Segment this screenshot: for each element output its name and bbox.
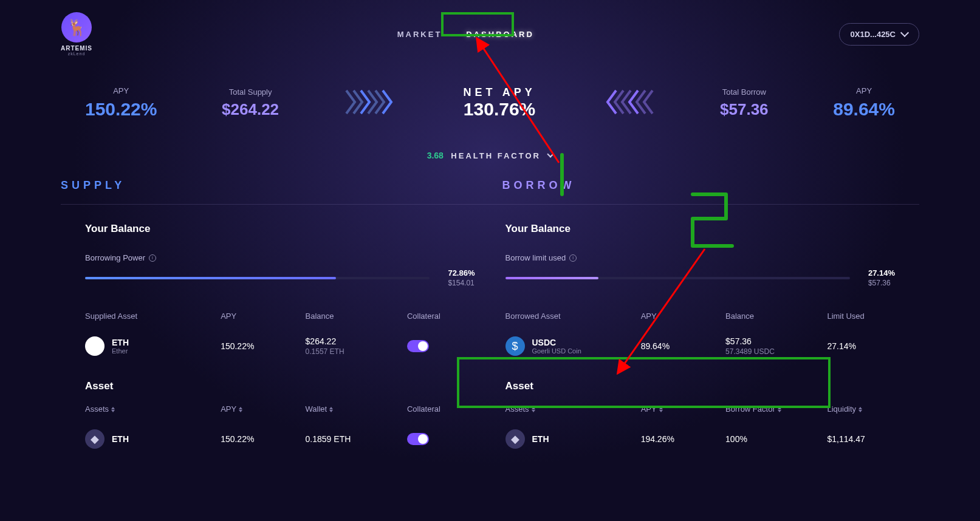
borrowing-power-label: Borrowing Power i [85, 253, 475, 262]
chevrons-left-icon [600, 88, 655, 118]
asset-title: Asset [505, 380, 896, 392]
health-label: HEALTH FACTOR [451, 151, 541, 160]
progress-track [505, 277, 850, 279]
stat-label: NET APY [463, 86, 535, 99]
collateral-toggle[interactable] [407, 433, 429, 445]
sort-icon [329, 407, 333, 412]
chevron-down-icon [547, 151, 554, 157]
col-assets-sort[interactable]: Assets [505, 404, 641, 414]
stat-label: Total Supply [222, 87, 279, 97]
asset-table-header: Assets APY Borrow Factor Liquidity [505, 404, 896, 414]
borrowed-assets-table: Borrowed Asset APY Balance Limit Used $ … [505, 312, 896, 361]
nav-dashboard[interactable]: DASHBOARD [466, 30, 534, 39]
borrow-title: BORROW [502, 179, 920, 192]
asset-table-header: Assets APY Wallet Collateral [85, 404, 475, 414]
table-header: Borrowed Asset APY Balance Limit Used [505, 312, 896, 321]
supplied-assets-table: Supplied Asset APY Balance Collateral ◆ … [85, 312, 475, 361]
progress-fill [505, 277, 599, 279]
stat-label: APY [85, 86, 157, 95]
usdc-icon: $ [505, 336, 525, 356]
stat-value: 150.22% [85, 99, 157, 120]
wallet-button[interactable]: 0X1D...425C [839, 23, 919, 46]
col-apy-sort[interactable]: APY [221, 404, 305, 414]
col-assets-sort[interactable]: Assets [85, 404, 221, 414]
table-header: Supplied Asset APY Balance Collateral [85, 312, 475, 321]
collateral-toggle[interactable] [407, 340, 429, 352]
total-borrow-stat: Total Borrow $57.36 [720, 87, 769, 119]
borrow-limit-bar: 27.14% $57.36 [505, 268, 896, 287]
wallet-address: 0X1D...425C [851, 30, 896, 39]
sort-icon [778, 407, 781, 412]
sort-icon [111, 407, 115, 412]
table-row[interactable]: ◆ ETH 150.22% 0.1859 ETH [85, 424, 475, 454]
section-titles: SUPPLY BORROW [0, 173, 980, 198]
col-bf-sort[interactable]: Borrow Factor [725, 404, 827, 414]
stat-value: 130.76% [463, 99, 535, 120]
total-supply-stat: Total Supply $264.22 [222, 87, 279, 119]
divider [61, 204, 919, 205]
progress-stats: 27.14% $57.36 [868, 268, 895, 287]
health-value: 3.68 [427, 151, 444, 160]
supply-apy-stat: APY 150.22% [85, 86, 157, 120]
col-wallet-sort[interactable]: Wallet [306, 404, 407, 414]
stats-row: APY 150.22% Total Supply $264.22 NET APY… [0, 68, 980, 132]
borrow-apy-stat: APY 89.64% [833, 86, 895, 120]
nav: MARKET DASHBOARD [397, 30, 534, 39]
brand-sub: zkLend [68, 52, 86, 56]
sort-icon [532, 407, 535, 412]
progress-fill [85, 277, 336, 279]
header: 🦌 ARTEMIS zkLend MARKET DASHBOARD 0X1D..… [0, 0, 980, 68]
borrowing-power-bar: 72.86% $154.01 [85, 268, 475, 287]
borrow-limit-label: Borrow limit used i [505, 253, 896, 262]
progress-track [85, 277, 430, 279]
brand-name: ARTEMIS [61, 45, 92, 52]
col-apy-sort[interactable]: APY [641, 404, 725, 414]
balance-title: Your Balance [85, 223, 475, 235]
stat-value: 89.64% [833, 99, 895, 120]
col-liq-sort[interactable]: Liquidity [827, 404, 895, 414]
asset-title: Asset [85, 380, 475, 392]
eth-icon: ◆ [85, 429, 105, 449]
chevrons-right-icon [344, 88, 399, 118]
eth-icon: ◆ [505, 429, 525, 449]
chevron-down-icon [900, 29, 909, 37]
net-apy-stat: NET APY 130.76% [463, 86, 535, 120]
balance-title: Your Balance [505, 223, 896, 235]
logo-icon: 🦌 [61, 12, 92, 43]
nav-market[interactable]: MARKET [397, 30, 442, 39]
sort-icon [659, 407, 663, 412]
borrow-panel: Your Balance Borrow limit used i 27.14% … [505, 223, 896, 454]
info-icon[interactable]: i [149, 254, 156, 262]
supply-panel: Your Balance Borrowing Power i 72.86% $1… [85, 223, 475, 454]
stat-value: $57.36 [720, 100, 769, 119]
table-row[interactable]: ◆ ETH 194.26% 100% $1,114.47 [505, 424, 896, 454]
logo[interactable]: 🦌 ARTEMIS zkLend [61, 12, 92, 56]
stat-label: APY [833, 86, 895, 95]
info-icon[interactable]: i [569, 254, 577, 262]
eth-icon: ◆ [85, 336, 105, 356]
sort-icon [858, 407, 862, 412]
stat-value: $264.22 [222, 100, 279, 119]
sort-icon [239, 407, 242, 412]
progress-stats: 72.86% $154.01 [448, 268, 475, 287]
stat-label: Total Borrow [720, 87, 769, 97]
table-row[interactable]: ◆ ETH Ether 150.22% $264.22 0.1557 ETH [85, 332, 475, 361]
table-row[interactable]: $ USDC Goerli USD Coin 89.64% $57.36 57.… [505, 332, 896, 361]
health-factor-toggle[interactable]: 3.68 HEALTH FACTOR [0, 132, 980, 173]
supply-title: SUPPLY [61, 179, 478, 192]
